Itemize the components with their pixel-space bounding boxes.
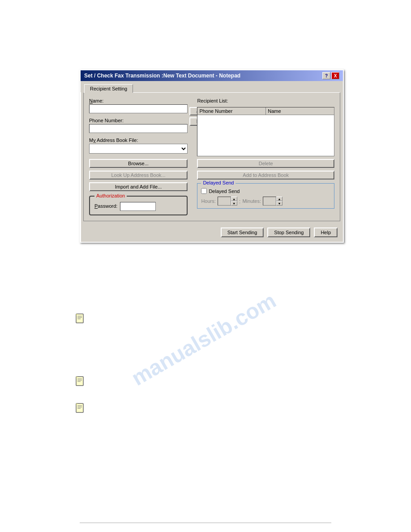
lookup-row: Look Up Address Book...: [89, 171, 188, 180]
col-name: Name: [266, 107, 334, 115]
delete-button[interactable]: Delete: [197, 159, 334, 168]
name-label-underline: N: [89, 98, 93, 103]
browse-button[interactable]: Browse...: [89, 159, 188, 168]
delayed-send-legend: Delayed Send: [201, 180, 235, 185]
password-label: Password:: [94, 203, 117, 209]
hours-up-btn[interactable]: ▲: [231, 197, 237, 201]
name-input[interactable]: [89, 104, 188, 113]
window-title: Set / Check Fax Transmission :New Text D…: [84, 73, 240, 79]
note-icon-1: [75, 313, 85, 324]
right-panel: Recipient List: Phone Number Name Delete…: [197, 98, 334, 215]
left-panel: Name: Phone Number: My Address Book File…: [89, 98, 188, 215]
recipient-list-box: Phone Number Name: [197, 107, 334, 156]
main-window: Set / Check Fax Transmission :New Text D…: [80, 69, 344, 243]
help-button[interactable]: Help: [314, 227, 338, 237]
name-label: Name:: [89, 98, 188, 103]
password-underline: P: [94, 203, 98, 209]
phone-label: Phone Number:: [89, 118, 188, 123]
import-button[interactable]: Import and Add File...: [89, 182, 188, 191]
auth-row: Password:: [94, 200, 182, 211]
time-row: Hours: 00 ▲ ▼ : Minutes: 00 ▲: [201, 197, 330, 206]
address-book-underline: y: [93, 137, 96, 143]
svg-rect-0: [76, 314, 83, 323]
password-input[interactable]: [120, 202, 156, 211]
hours-label: Hours:: [201, 198, 215, 204]
list-header: Phone Number Name: [197, 107, 334, 115]
help-title-btn[interactable]: ?: [322, 72, 330, 79]
hours-input[interactable]: 00: [218, 197, 231, 206]
svg-rect-5: [76, 377, 83, 386]
bottom-rule: [80, 523, 331, 523]
note-icon-3: [75, 403, 85, 414]
name-field-group: Name:: [89, 98, 188, 113]
start-sending-button[interactable]: Start Sending: [221, 227, 264, 237]
hours-spinner-btns: ▲ ▼: [231, 197, 237, 206]
auth-legend: Authorization: [94, 193, 127, 198]
close-title-btn[interactable]: X: [331, 72, 339, 79]
stop-sending-button[interactable]: Stop Sending: [267, 227, 310, 237]
bottom-bar: Start Sending Stop Sending Help: [81, 224, 343, 242]
content-area: Name: Phone Number: My Address Book File…: [83, 92, 340, 221]
delayed-send-label: Delayed Send: [209, 189, 240, 194]
lookup-button[interactable]: Look Up Address Book...: [89, 171, 188, 180]
address-book-select[interactable]: [89, 144, 188, 154]
phone-field-group: Phone Number:: [89, 118, 188, 133]
tab-area: Recipient Setting: [81, 81, 343, 92]
add-to-address-book-button[interactable]: Add to Address Book: [197, 171, 334, 180]
address-book-field-group: My Address Book File:: [89, 137, 188, 154]
watermark: manualslib.com: [91, 267, 317, 412]
tab-recipient-setting[interactable]: Recipient Setting: [84, 84, 133, 93]
minutes-label: Minutes:: [242, 198, 261, 204]
phone-input[interactable]: [89, 124, 188, 133]
svg-rect-10: [76, 403, 83, 412]
delayed-send-checkbox[interactable]: [201, 188, 207, 194]
title-bar-buttons: ? X: [322, 72, 339, 79]
minutes-down-btn[interactable]: ▼: [276, 201, 283, 206]
address-book-label: My Address Book File:: [89, 137, 188, 143]
minutes-input[interactable]: 00: [263, 197, 276, 206]
delayed-send-checkbox-row: Delayed Send: [201, 188, 330, 194]
note-icon-2: [75, 376, 85, 387]
col-phone: Phone Number: [197, 107, 266, 115]
recipient-list-label: Recipient List:: [197, 98, 334, 103]
minutes-up-btn[interactable]: ▲: [276, 197, 283, 201]
time-separator: :: [239, 198, 241, 205]
delayed-send-box: Delayed Send Delayed Send Hours: 00 ▲ ▼ …: [197, 183, 334, 209]
title-bar: Set / Check Fax Transmission :New Text D…: [81, 70, 343, 81]
import-row: Import and Add File...: [89, 182, 188, 191]
browse-row: Browse...: [89, 159, 188, 168]
minutes-spinner-btns: ▲ ▼: [276, 197, 283, 206]
hours-down-btn[interactable]: ▼: [231, 201, 237, 206]
left-mid-wrapper: Name: Phone Number: My Address Book File…: [89, 98, 190, 215]
auth-box: Authorization Password:: [89, 196, 188, 215]
hours-spinner: 00 ▲ ▼: [218, 197, 237, 206]
minutes-spinner: 00 ▲ ▼: [263, 197, 283, 206]
